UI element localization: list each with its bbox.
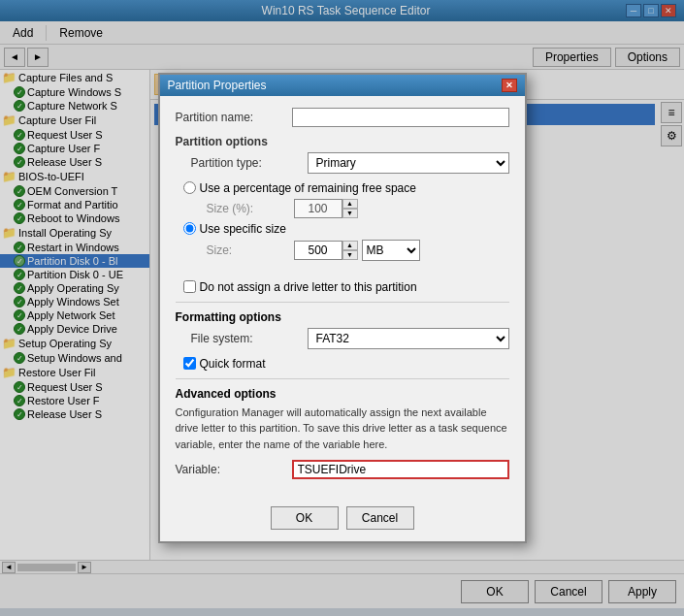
no-drive-letter-label: Do not assign a drive letter to this par… (200, 280, 417, 294)
modal-title-bar: Partition Properties ✕ (160, 75, 525, 96)
size-percent-row: Size (%): ▲ ▼ (207, 199, 509, 218)
spacer (176, 265, 509, 273)
size-specific-label: Size: (207, 243, 294, 257)
no-drive-letter-row: Do not assign a drive letter to this par… (183, 280, 509, 294)
file-system-row: File system: FAT32 NTFS exFAT (191, 328, 509, 349)
quick-format-row: Quick format (183, 357, 509, 371)
modal-title: Partition Properties (168, 79, 267, 92)
quick-format-label: Quick format (200, 357, 266, 371)
size-specific-input[interactable] (294, 241, 342, 260)
partition-name-row: Partition name: (176, 108, 509, 127)
size-unit-select[interactable]: MB GB (362, 240, 420, 261)
partition-type-label: Partition type: (191, 156, 308, 170)
radio-specific-label: Use specific size (200, 222, 286, 236)
no-drive-letter-checkbox[interactable] (183, 280, 196, 293)
advanced-options-label: Advanced options (176, 387, 509, 401)
spin-down-specific-btn[interactable]: ▼ (342, 250, 358, 260)
partition-name-input[interactable] (292, 108, 509, 127)
size-percent-input[interactable] (294, 199, 342, 218)
advanced-description: Configuration Manager will automatically… (176, 405, 509, 453)
radio-percentage[interactable] (183, 181, 196, 194)
partition-type-select[interactable]: Primary Extended Logical (308, 152, 509, 174)
partition-type-row: Partition type: Primary Extended Logical (191, 152, 509, 174)
formatting-options-label: Formatting options (176, 310, 509, 324)
divider-1 (176, 302, 509, 303)
size-percent-spinner: ▲ ▼ (342, 199, 358, 218)
variable-input[interactable] (292, 460, 509, 479)
variable-label: Variable: (176, 463, 292, 476)
modal-overlay: Partition Properties ✕ Partition name: P… (0, 0, 684, 616)
modal-close-button[interactable]: ✕ (502, 79, 517, 92)
file-system-select[interactable]: FAT32 NTFS exFAT (308, 328, 509, 349)
radio-percentage-row: Use a percentage of remaining free space (183, 181, 509, 195)
partition-name-label: Partition name: (176, 111, 292, 124)
spin-down-btn[interactable]: ▼ (342, 209, 358, 218)
size-specific-row: Size: ▲ ▼ MB GB (207, 240, 509, 261)
modal-footer: OK Cancel (160, 499, 525, 541)
partition-options-label: Partition options (176, 135, 509, 148)
partition-properties-dialog: Partition Properties ✕ Partition name: P… (158, 73, 527, 544)
modal-ok-button[interactable]: OK (271, 506, 339, 530)
radio-percentage-label: Use a percentage of remaining free space (200, 181, 416, 195)
size-percent-label: Size (%): (207, 202, 294, 215)
spin-up-specific-btn[interactable]: ▲ (342, 241, 358, 250)
quick-format-checkbox[interactable] (183, 357, 196, 370)
radio-specific[interactable] (183, 222, 196, 235)
radio-specific-row: Use specific size (183, 222, 509, 236)
file-system-label: File system: (191, 332, 308, 345)
modal-cancel-button[interactable]: Cancel (346, 506, 414, 530)
modal-body: Partition name: Partition options Partit… (160, 96, 525, 500)
variable-row: Variable: (176, 460, 509, 479)
size-specific-spinner: ▲ ▼ (342, 241, 358, 260)
spin-up-btn[interactable]: ▲ (342, 199, 358, 209)
divider-2 (176, 378, 509, 379)
